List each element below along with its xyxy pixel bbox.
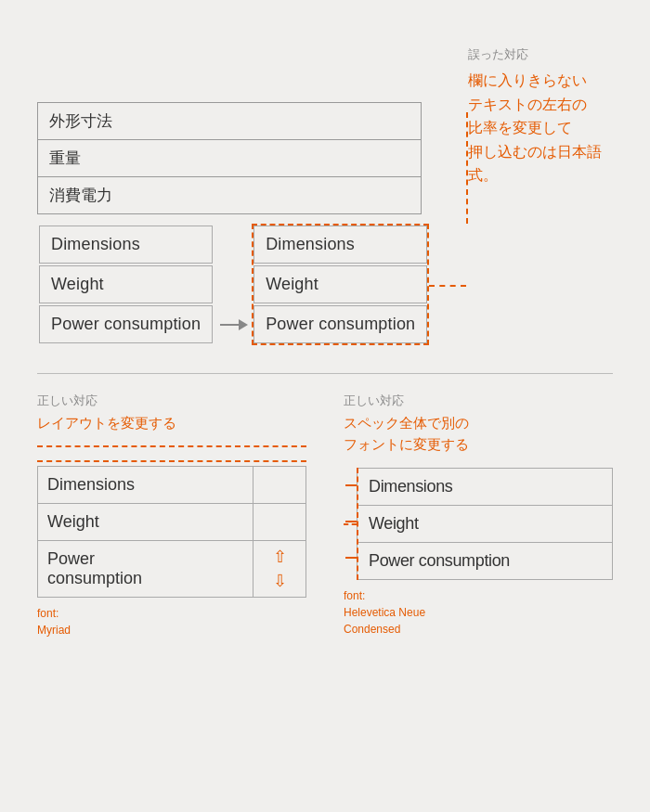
bottom-section: 正しい対応 レイアウトを変更する Dimensions Weight <box>0 374 650 657</box>
table-row: Power consumption ⇧ ⇩ <box>38 540 306 597</box>
bottom-left-annotation: レイアウトを変更する <box>37 413 176 434</box>
table-row: Power consumption <box>254 305 427 343</box>
page: 外形寸法 重量 消費電力 <box>0 0 650 812</box>
en-left-row-3: Power consumption <box>39 305 213 343</box>
bottom-left: 正しい対応 レイアウトを変更する Dimensions Weight <box>37 393 306 638</box>
table-row: Weight <box>39 265 213 303</box>
bottom-right-font-label: font: Helevetica Neue Condensed <box>344 587 613 638</box>
bottom-left-table: Dimensions Weight Power consumption ⇧ ⇩ <box>37 466 306 598</box>
table-row: Dimensions <box>358 469 613 506</box>
bottom-left-dotted-line <box>37 460 306 462</box>
arrow-svg <box>218 316 248 334</box>
table-row: 外形寸法 <box>38 103 422 140</box>
dotted-h-row1 <box>345 484 357 486</box>
br-row-1: Dimensions <box>358 469 613 506</box>
bl-arrow-cell-2 <box>254 503 306 540</box>
bottom-left-dotted-h <box>37 445 306 447</box>
table-row: Power consumption <box>358 543 613 580</box>
dotted-connector-1 <box>344 523 357 525</box>
br-row-3: Power consumption <box>358 543 613 580</box>
table-row: Weight <box>254 265 427 303</box>
bottom-left-good-label: 正しい対応 <box>37 393 306 409</box>
table-row: Weight <box>38 503 306 540</box>
bl-row-3: Power consumption <box>38 540 254 597</box>
bl-row-1: Dimensions <box>38 466 254 503</box>
vertical-arrow: ⇧ ⇩ <box>254 543 306 595</box>
bottom-right-good-label: 正しい対応 <box>344 393 613 409</box>
jp-table-wrapper: 外形寸法 重量 消費電力 <box>37 102 422 214</box>
en-right-row-2: Weight <box>254 265 427 303</box>
table-row: 重量 <box>38 140 422 177</box>
dotted-h-row3 <box>345 557 357 559</box>
up-arrow-icon: ⇧ <box>273 547 287 567</box>
bottom-right-table: Dimensions Weight Power consumption <box>357 468 613 580</box>
en-spec-table-right: Dimensions Weight Power consumption <box>252 224 429 345</box>
arrow-right-icon <box>214 316 252 345</box>
jp-row-2: 重量 <box>38 140 422 177</box>
down-arrow-icon: ⇩ <box>273 571 287 591</box>
bl-arrow-cell-1 <box>254 466 306 503</box>
bad-annotation: 欄に入りきらない テキストの左右の 比率を変更して 押し込むのは日本語式。 <box>468 69 613 187</box>
bottom-left-font-label: font: Myriad <box>37 605 306 638</box>
table-row: Dimensions <box>39 226 213 264</box>
bottom-right: 正しい対応 スペック全体で別の フォントに変更する Dimensions Wei… <box>344 393 613 638</box>
dotted-line-right <box>429 285 466 287</box>
table-row: Power consumption <box>39 305 213 343</box>
en-left-table: Dimensions Weight Power consumption <box>37 224 214 345</box>
en-left-row-1: Dimensions <box>39 226 213 264</box>
en-tables-row: Dimensions Weight Power consumption <box>37 224 422 345</box>
table-row: Dimensions <box>38 466 306 503</box>
table-row: Dimensions <box>254 226 427 264</box>
table-row: 消費電力 <box>38 177 422 214</box>
svg-marker-1 <box>239 319 248 330</box>
bl-row-2: Weight <box>38 503 254 540</box>
table-row: Weight <box>358 506 613 543</box>
bl-arrow-cell-3: ⇧ ⇩ <box>254 540 306 597</box>
dotted-h-row2 <box>345 521 357 522</box>
jp-spec-table: 外形寸法 重量 消費電力 <box>37 102 422 214</box>
dotted-line-up <box>466 112 468 224</box>
br-row-2: Weight <box>358 506 613 543</box>
top-right-block: 誤った対応 欄に入りきらない テキストの左右の 比率を変更して 押し込むのは日本… <box>459 46 613 345</box>
en-right-row-1: Dimensions <box>254 226 427 264</box>
bottom-right-annotation: スペック全体で別の フォントに変更する <box>344 413 613 455</box>
en-right-table-wrapper: Dimensions Weight Power consumption <box>252 224 429 345</box>
top-section: 外形寸法 重量 消費電力 <box>0 28 650 373</box>
en-right-row-3: Power consumption <box>254 305 427 343</box>
en-left-row-2: Weight <box>39 265 213 303</box>
en-spec-table-left: Dimensions Weight Power consumption <box>37 224 214 345</box>
jp-row-1: 外形寸法 <box>38 103 422 140</box>
top-left-block: 外形寸法 重量 消費電力 <box>37 46 422 345</box>
jp-row-3: 消費電力 <box>38 177 422 214</box>
bad-label: 誤った対応 <box>468 46 613 63</box>
